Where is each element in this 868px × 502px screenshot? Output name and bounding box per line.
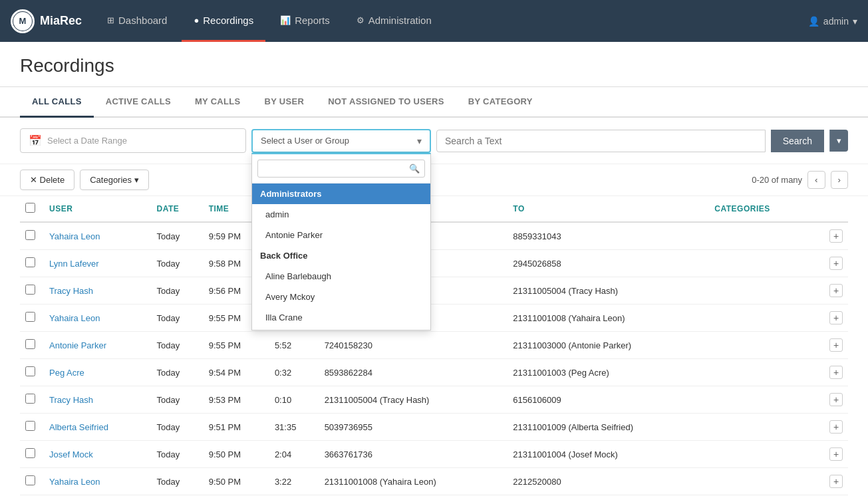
row-duration: 0:10 bbox=[269, 386, 319, 414]
user-link[interactable]: Alberta Seifried bbox=[49, 422, 108, 432]
table-row: Josef Mock Today 9:50 PM 2:04 3663761736… bbox=[20, 441, 848, 468]
col-categories: CATEGORIES bbox=[709, 196, 811, 222]
dropdown-item-admin[interactable]: admin bbox=[252, 204, 430, 225]
col-to: TO bbox=[507, 196, 709, 222]
row-user[interactable]: Yahaira Leon bbox=[44, 222, 152, 250]
user-link[interactable]: Josef Mock bbox=[49, 449, 93, 459]
pagination-prev[interactable]: ‹ bbox=[807, 171, 825, 189]
user-link[interactable]: Antonie Parker bbox=[49, 340, 106, 350]
dropdown-item-antonie-parker[interactable]: Antonie Parker bbox=[252, 225, 430, 245]
table-header-row: USER DATE TIME TO CATEGORIES bbox=[20, 196, 848, 222]
row-user[interactable]: Josef Mock bbox=[44, 441, 152, 468]
user-group-select[interactable]: Select a User or Group ▾ bbox=[251, 129, 431, 153]
row-select-checkbox[interactable] bbox=[25, 475, 35, 485]
user-menu[interactable]: 👤 admin ▾ bbox=[808, 16, 857, 27]
user-dropdown-chevron: ▾ bbox=[853, 16, 857, 27]
row-categories bbox=[709, 359, 811, 386]
tab-by-user[interactable]: BY USER bbox=[253, 87, 317, 118]
nav-item-administration[interactable]: ⚙ Administration bbox=[345, 0, 444, 42]
row-user[interactable]: Alberta Seifried bbox=[44, 414, 152, 441]
row-select-checkbox[interactable] bbox=[25, 312, 35, 322]
col-user: USER bbox=[44, 196, 152, 222]
row-user[interactable]: Yahaira Leon bbox=[44, 305, 152, 332]
expand-button[interactable]: + bbox=[829, 229, 843, 243]
row-from: 21311005004 (Tracy Hash) bbox=[319, 386, 508, 414]
row-user[interactable]: Peg Acre bbox=[44, 359, 152, 386]
calendar-icon: 📅 bbox=[29, 134, 42, 147]
user-link[interactable]: Yahaira Leon bbox=[49, 477, 100, 487]
row-date: Today bbox=[152, 332, 204, 359]
search-text-input[interactable] bbox=[436, 130, 766, 152]
row-time: 9:50 PM bbox=[204, 441, 269, 468]
chevron-down-icon: ▾ bbox=[417, 136, 422, 146]
row-expand: + bbox=[811, 441, 848, 468]
dropdown-item-lynn[interactable]: Lynn Lafever bbox=[252, 328, 430, 330]
date-filter[interactable]: 📅 Select a Date Range bbox=[20, 128, 246, 153]
expand-button[interactable]: + bbox=[829, 366, 843, 379]
row-user[interactable]: Tracy Hash bbox=[44, 277, 152, 305]
tab-all-calls[interactable]: ALL CALLS bbox=[20, 87, 94, 118]
user-link[interactable]: Yahaira Leon bbox=[49, 231, 100, 241]
user-link[interactable]: Tracy Hash bbox=[49, 286, 93, 296]
row-categories bbox=[709, 277, 811, 305]
row-checkbox bbox=[20, 250, 44, 277]
tab-by-category[interactable]: BY CATEGORY bbox=[456, 87, 545, 118]
expand-button[interactable]: + bbox=[829, 284, 843, 297]
row-select-checkbox[interactable] bbox=[25, 421, 35, 431]
tab-active-calls[interactable]: ACTIVE CALLS bbox=[94, 87, 183, 118]
row-select-checkbox[interactable] bbox=[25, 230, 35, 240]
row-time: 9:53 PM bbox=[204, 386, 269, 414]
expand-button[interactable]: + bbox=[829, 393, 843, 406]
row-to: 21311001003 (Peg Acre) bbox=[507, 359, 709, 386]
brand[interactable]: M MiaRec bbox=[11, 9, 82, 33]
select-all-checkbox[interactable] bbox=[25, 203, 35, 213]
navbar: M MiaRec ⊞ Dashboard ● Recordings 📊 Repo… bbox=[0, 0, 868, 42]
row-user[interactable]: Antonie Parker bbox=[44, 332, 152, 359]
row-to: 2212520080 bbox=[507, 468, 709, 495]
row-categories bbox=[709, 414, 811, 441]
expand-button[interactable]: + bbox=[829, 311, 843, 324]
user-group-placeholder: Select a User or Group bbox=[261, 136, 349, 146]
user-link[interactable]: Lynn Lafever bbox=[49, 259, 99, 269]
nav-item-recordings[interactable]: ● Recordings bbox=[182, 0, 265, 42]
row-user[interactable]: Lynn Lafever bbox=[44, 250, 152, 277]
row-select-checkbox[interactable] bbox=[25, 339, 35, 349]
user-link[interactable]: Tracy Hash bbox=[49, 395, 93, 405]
tab-not-assigned[interactable]: NOT ASSIGNED TO USERS bbox=[316, 87, 456, 118]
row-select-checkbox[interactable] bbox=[25, 285, 35, 295]
dropdown-group-back-office[interactable]: Back Office bbox=[252, 245, 430, 266]
dropdown-group-administrators[interactable]: Administrators bbox=[252, 184, 430, 204]
table-row: Tracy Hash Today 9:53 PM 0:10 2131100500… bbox=[20, 386, 848, 414]
row-from: 3663761736 bbox=[319, 441, 508, 468]
pagination-next[interactable]: › bbox=[831, 171, 848, 189]
nav-item-dashboard[interactable]: ⊞ Dashboard bbox=[95, 0, 179, 42]
expand-button[interactable]: + bbox=[829, 447, 843, 461]
dropdown-item-avery[interactable]: Avery Mckoy bbox=[252, 287, 430, 307]
row-select-checkbox[interactable] bbox=[25, 366, 35, 376]
search-dropdown-button[interactable]: ▾ bbox=[829, 130, 848, 152]
row-user[interactable]: Yahaira Leon bbox=[44, 468, 152, 495]
row-select-checkbox[interactable] bbox=[25, 448, 35, 458]
row-date: Today bbox=[152, 359, 204, 386]
user-link[interactable]: Peg Acre bbox=[49, 368, 84, 378]
table-row: Tracy Hash Today 9:56 PM 21311005004 (Tr… bbox=[20, 277, 848, 305]
delete-button[interactable]: ✕ Delete bbox=[20, 170, 74, 190]
expand-button[interactable]: + bbox=[829, 338, 843, 352]
expand-button[interactable]: + bbox=[829, 420, 843, 434]
user-link[interactable]: Yahaira Leon bbox=[49, 313, 100, 323]
row-expand: + bbox=[811, 305, 848, 332]
nav-item-reports[interactable]: 📊 Reports bbox=[268, 0, 342, 42]
col-actions bbox=[811, 196, 848, 222]
search-button[interactable]: Search bbox=[771, 130, 824, 152]
table-container: USER DATE TIME TO CATEGORIES Yahaira Leo… bbox=[0, 196, 868, 495]
categories-button[interactable]: Categories ▾ bbox=[80, 170, 148, 190]
row-select-checkbox[interactable] bbox=[25, 257, 35, 267]
row-select-checkbox[interactable] bbox=[25, 394, 35, 404]
dropdown-item-illa[interactable]: Illa Crane bbox=[252, 307, 430, 328]
row-user[interactable]: Tracy Hash bbox=[44, 386, 152, 414]
expand-button[interactable]: + bbox=[829, 257, 843, 270]
dropdown-search-input[interactable] bbox=[257, 160, 425, 178]
dropdown-item-aline[interactable]: Aline Barlebaugh bbox=[252, 266, 430, 287]
tab-my-calls[interactable]: MY CALLS bbox=[183, 87, 253, 118]
expand-button[interactable]: + bbox=[829, 475, 843, 488]
